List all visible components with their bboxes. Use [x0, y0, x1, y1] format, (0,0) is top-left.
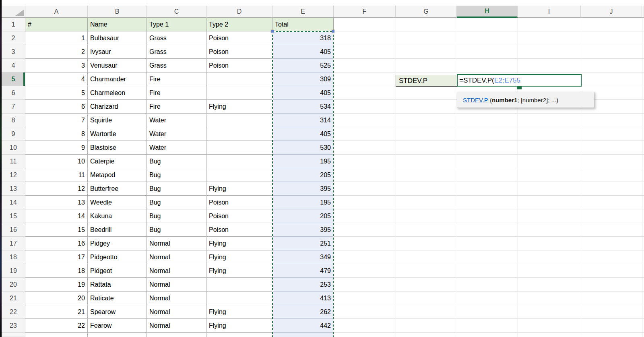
cell-C8[interactable]: Water [147, 114, 206, 127]
cell-D20[interactable] [206, 278, 272, 292]
cell-D11[interactable] [206, 155, 272, 168]
cell-A12[interactable]: 11 [25, 168, 88, 182]
cell-E4[interactable]: 525 [272, 59, 334, 72]
cell-C4[interactable]: Grass [147, 59, 206, 72]
cell-C21[interactable]: Normal [147, 292, 206, 305]
row-header-18[interactable]: 18 [2, 250, 25, 264]
cell-B6[interactable]: Charmeleon [88, 86, 147, 100]
cell-A6[interactable]: 5 [25, 86, 88, 100]
cell-E2[interactable]: 318 [272, 31, 334, 45]
function-help-link[interactable]: STDEV.P [463, 97, 488, 103]
column-header-J[interactable]: J [581, 6, 642, 18]
column-header-E[interactable]: E [272, 6, 334, 18]
cell-C2[interactable]: Grass [147, 31, 206, 45]
cell-B13[interactable]: Butterfree [88, 182, 147, 196]
cell-D5[interactable] [206, 72, 272, 86]
row-header-11[interactable]: 11 [2, 155, 25, 168]
cell-C10[interactable]: Water [147, 141, 206, 155]
header-cell-name[interactable]: Name [88, 18, 147, 31]
cell-E9[interactable]: 405 [272, 127, 334, 141]
cell-A20[interactable]: 19 [25, 278, 88, 292]
cell-E16[interactable]: 395 [272, 223, 334, 237]
cell-B5[interactable]: Charmander [88, 72, 147, 86]
cell-E21[interactable]: 413 [272, 292, 334, 305]
cell-B3[interactable]: Ivysaur [88, 45, 147, 59]
cell-D10[interactable] [206, 141, 272, 155]
row-header-2[interactable]: 2 [2, 31, 25, 45]
cell-C3[interactable]: Grass [147, 45, 206, 59]
cell-C11[interactable]: Bug [147, 155, 206, 168]
cell-B19[interactable]: Pidgeot [88, 264, 147, 278]
cell-A19[interactable]: 18 [25, 264, 88, 278]
cell-B18[interactable]: Pidgeotto [88, 250, 147, 264]
row-header-4[interactable]: 4 [2, 59, 25, 72]
row-header-16[interactable]: 16 [2, 223, 25, 237]
row-header-19[interactable]: 19 [2, 264, 25, 278]
column-header-C[interactable]: C [147, 6, 206, 18]
cell-B4[interactable]: Venusaur [88, 59, 147, 72]
cell-D21[interactable] [206, 292, 272, 305]
header-cell-type-1[interactable]: Type 1 [147, 18, 206, 31]
row-header-8[interactable]: 8 [2, 114, 25, 127]
row-header-5[interactable]: 5 [2, 72, 25, 86]
cell-C16[interactable]: Bug [147, 223, 206, 237]
cell-E12[interactable]: 205 [272, 168, 334, 182]
cell-B17[interactable]: Pidgey [88, 237, 147, 250]
column-header-A[interactable]: A [25, 6, 88, 18]
cell-C12[interactable]: Bug [147, 168, 206, 182]
row-header-1[interactable]: 1 [2, 18, 25, 31]
row-header-15[interactable]: 15 [2, 209, 25, 223]
cell-D22[interactable]: Flying [206, 305, 272, 319]
cell-D16[interactable]: Poison [206, 223, 272, 237]
cell-D6[interactable] [206, 86, 272, 100]
cell-C20[interactable]: Normal [147, 278, 206, 292]
row-header-10[interactable]: 10 [2, 141, 25, 155]
label-cell-g5[interactable]: STDEV.P [396, 75, 457, 87]
cell-A23[interactable]: 22 [25, 319, 88, 333]
cell-B12[interactable]: Metapod [88, 168, 147, 182]
row-header-7[interactable]: 7 [2, 100, 25, 114]
cell-A10[interactable]: 9 [25, 141, 88, 155]
cell-A8[interactable]: 7 [25, 114, 88, 127]
cell-C14[interactable]: Bug [147, 196, 206, 209]
formula-edit-cell-h5[interactable]: =STDEV.P(E2:E755 [457, 74, 582, 87]
cell-E6[interactable]: 405 [272, 86, 334, 100]
cell-C7[interactable]: Fire [147, 100, 206, 114]
row-header-12[interactable]: 12 [2, 168, 25, 182]
cell-B9[interactable]: Wartortle [88, 127, 147, 141]
cell-D19[interactable]: Flying [206, 264, 272, 278]
cell-C13[interactable]: Bug [147, 182, 206, 196]
column-header-H[interactable]: H [457, 6, 518, 18]
cell-D17[interactable]: Flying [206, 237, 272, 250]
cell-A5[interactable]: 4 [25, 72, 88, 86]
select-all-corner[interactable] [2, 6, 25, 18]
cell-D13[interactable]: Flying [206, 182, 272, 196]
cell-D8[interactable] [206, 114, 272, 127]
column-header-I[interactable]: I [518, 6, 581, 18]
cell-C23[interactable]: Normal [147, 319, 206, 333]
cell-E13[interactable]: 395 [272, 182, 334, 196]
cell-A21[interactable]: 20 [25, 292, 88, 305]
cell-A17[interactable]: 16 [25, 237, 88, 250]
cell-B23[interactable]: Fearow [88, 319, 147, 333]
cell-E11[interactable]: 195 [272, 155, 334, 168]
cell-B16[interactable]: Beedrill [88, 223, 147, 237]
cell-A2[interactable]: 1 [25, 31, 88, 45]
cell-E8[interactable]: 314 [272, 114, 334, 127]
row-header-20[interactable]: 20 [2, 278, 25, 292]
cell-B11[interactable]: Caterpie [88, 155, 147, 168]
column-header-D[interactable]: D [206, 6, 272, 18]
cell-D7[interactable]: Flying [206, 100, 272, 114]
cell-B7[interactable]: Charizard [88, 100, 147, 114]
cell-A11[interactable]: 10 [25, 155, 88, 168]
cell-E10[interactable]: 530 [272, 141, 334, 155]
cell-D2[interactable]: Poison [206, 31, 272, 45]
cell-C6[interactable]: Fire [147, 86, 206, 100]
cell-E5[interactable]: 309 [272, 72, 334, 86]
cell-E18[interactable]: 349 [272, 250, 334, 264]
cell-C19[interactable]: Normal [147, 264, 206, 278]
cell-A16[interactable]: 15 [25, 223, 88, 237]
cell-B22[interactable]: Spearow [88, 305, 147, 319]
cell-B20[interactable]: Rattata [88, 278, 147, 292]
cell-A18[interactable]: 17 [25, 250, 88, 264]
